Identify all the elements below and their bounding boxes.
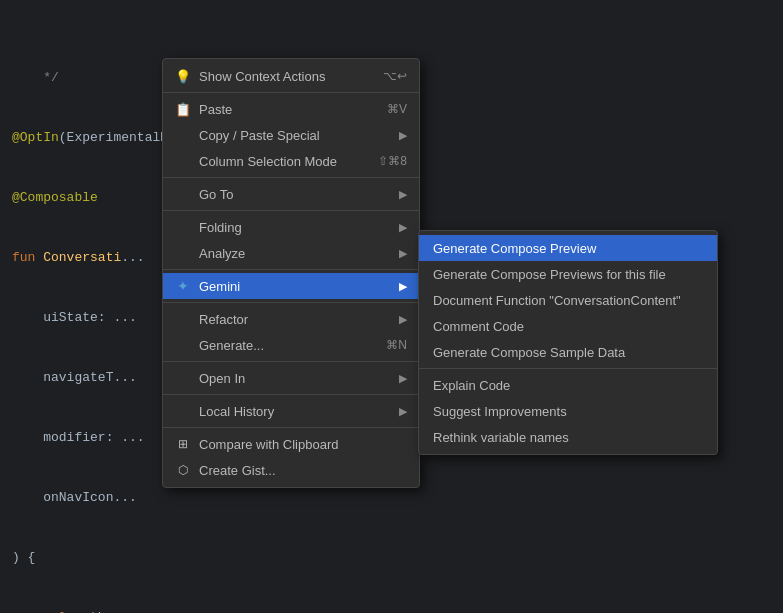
shortcut-label: ⇧⌘8	[378, 154, 407, 168]
menu-item-column-selection[interactable]: Column Selection Mode ⇧⌘8	[163, 148, 419, 174]
menu-item-label: Paste	[199, 102, 232, 117]
menu-item-gemini[interactable]: ✦ Gemini ▶	[163, 273, 419, 299]
arrow-icon: ▶	[399, 247, 407, 260]
gist-icon: ⬡	[175, 462, 191, 478]
gemini-icon: ✦	[175, 278, 191, 294]
menu-item-label: Show Context Actions	[199, 69, 325, 84]
arrow-icon: ▶	[399, 129, 407, 142]
submenu-item-label: Generate Compose Preview	[433, 241, 596, 256]
menu-item-label: Column Selection Mode	[199, 154, 337, 169]
arrow-icon: ▶	[399, 188, 407, 201]
shortcut-label: ⌘V	[387, 102, 407, 116]
menu-item-show-context-actions[interactable]: 💡 Show Context Actions ⌥↩	[163, 63, 419, 89]
context-menu: 💡 Show Context Actions ⌥↩ 📋 Paste ⌘V Cop…	[162, 58, 420, 488]
submenu-item-label: Comment Code	[433, 319, 524, 334]
submenu-item-document-function[interactable]: Document Function "ConversationContent"	[419, 287, 717, 313]
menu-item-compare-clipboard[interactable]: ⊞ Compare with Clipboard	[163, 431, 419, 457]
arrow-icon: ▶	[399, 313, 407, 326]
menu-item-label: Compare with Clipboard	[199, 437, 338, 452]
arrow-icon: ▶	[399, 280, 407, 293]
submenu-item-label: Explain Code	[433, 378, 510, 393]
compare-icon: ⊞	[175, 436, 191, 452]
menu-divider	[163, 361, 419, 362]
menu-item-refactor[interactable]: Refactor ▶	[163, 306, 419, 332]
submenu-item-label: Suggest Improvements	[433, 404, 567, 419]
menu-divider	[163, 177, 419, 178]
empty-icon	[175, 219, 191, 235]
menu-item-open-in[interactable]: Open In ▶	[163, 365, 419, 391]
submenu-item-generate-compose-previews-file[interactable]: Generate Compose Previews for this file	[419, 261, 717, 287]
shortcut-label: ⌘N	[386, 338, 407, 352]
menu-divider	[163, 427, 419, 428]
menu-item-create-gist[interactable]: ⬡ Create Gist...	[163, 457, 419, 483]
menu-item-label: Folding	[199, 220, 242, 235]
submenu-item-suggest-improvements[interactable]: Suggest Improvements	[419, 398, 717, 424]
submenu-item-generate-compose-sample[interactable]: Generate Compose Sample Data	[419, 339, 717, 365]
arrow-icon: ▶	[399, 405, 407, 418]
menu-item-generate[interactable]: Generate... ⌘N	[163, 332, 419, 358]
menu-item-copy-paste-special[interactable]: Copy / Paste Special ▶	[163, 122, 419, 148]
menu-item-label: Open In	[199, 371, 245, 386]
menu-divider	[163, 210, 419, 211]
shortcut-label: ⌥↩	[383, 69, 407, 83]
menu-item-label: Gemini	[199, 279, 240, 294]
submenu-item-label: Generate Compose Sample Data	[433, 345, 625, 360]
empty-icon	[175, 127, 191, 143]
code-line: onNavIcon...	[0, 488, 783, 508]
menu-item-analyze[interactable]: Analyze ▶	[163, 240, 419, 266]
submenu-item-label: Generate Compose Previews for this file	[433, 267, 666, 282]
menu-item-paste[interactable]: 📋 Paste ⌘V	[163, 96, 419, 122]
submenu-item-rethink-variable[interactable]: Rethink variable names	[419, 424, 717, 450]
menu-item-label: Create Gist...	[199, 463, 276, 478]
menu-item-label: Copy / Paste Special	[199, 128, 320, 143]
menu-item-label: Refactor	[199, 312, 248, 327]
gemini-submenu: Generate Compose Preview Generate Compos…	[418, 230, 718, 455]
menu-item-local-history[interactable]: Local History ▶	[163, 398, 419, 424]
submenu-item-generate-compose-preview[interactable]: Generate Compose Preview	[419, 235, 717, 261]
menu-divider	[163, 394, 419, 395]
code-line: val autho...	[0, 608, 783, 613]
empty-icon	[175, 311, 191, 327]
empty-icon	[175, 245, 191, 261]
empty-icon	[175, 337, 191, 353]
menu-divider	[163, 92, 419, 93]
menu-divider	[163, 269, 419, 270]
empty-icon	[175, 403, 191, 419]
submenu-item-label: Rethink variable names	[433, 430, 569, 445]
lightbulb-icon: 💡	[175, 68, 191, 84]
submenu-divider	[419, 368, 717, 369]
menu-item-label: Go To	[199, 187, 233, 202]
paste-icon: 📋	[175, 101, 191, 117]
menu-item-go-to[interactable]: Go To ▶	[163, 181, 419, 207]
menu-item-label: Generate...	[199, 338, 264, 353]
empty-icon	[175, 186, 191, 202]
menu-item-label: Local History	[199, 404, 274, 419]
arrow-icon: ▶	[399, 372, 407, 385]
submenu-item-comment-code[interactable]: Comment Code	[419, 313, 717, 339]
arrow-icon: ▶	[399, 221, 407, 234]
menu-item-folding[interactable]: Folding ▶	[163, 214, 419, 240]
submenu-item-label: Document Function "ConversationContent"	[433, 293, 681, 308]
empty-icon	[175, 153, 191, 169]
menu-divider	[163, 302, 419, 303]
empty-icon	[175, 370, 191, 386]
menu-item-label: Analyze	[199, 246, 245, 261]
submenu-item-explain-code[interactable]: Explain Code	[419, 372, 717, 398]
code-line: ) {	[0, 548, 783, 568]
